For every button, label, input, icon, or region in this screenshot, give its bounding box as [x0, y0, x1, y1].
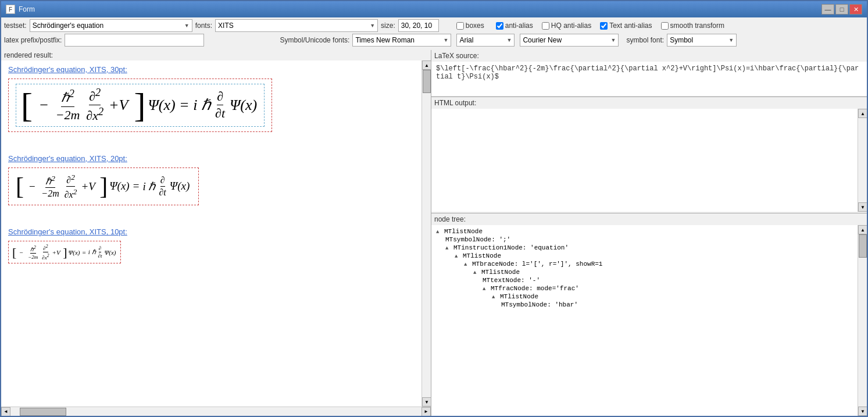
html-scroll-down[interactable]: ▼ — [858, 202, 867, 212]
window-title: Form — [19, 5, 35, 13]
tree-node-1: MTsymbolNode: ';' — [445, 236, 510, 243]
eq-title-1[interactable]: Schrödinger's equation, XITS, 30pt: — [8, 65, 415, 74]
frac-num-partial-2: ∂2 — [66, 173, 75, 187]
html-vscrollbar[interactable]: ▲ ▼ — [858, 109, 867, 212]
node-tree: ▲ MTlistNode MTsymbolNode: ';' ▲ MTinstr… — [431, 225, 858, 416]
arial-value: Arial — [459, 36, 473, 44]
tree-toggle-7[interactable]: ▲ — [483, 286, 485, 292]
size-input[interactable] — [398, 19, 439, 32]
courier-arrow: ▼ — [611, 37, 616, 43]
tree-toggle-3[interactable]: ▲ — [455, 254, 458, 259]
eq-container-3: [ − ℏ2 −2m ∂2 — [8, 241, 415, 274]
eq-title-3[interactable]: Schrödinger's equation, XITS, 10pt: — [8, 227, 415, 236]
title-bar: F Form — □ ✕ — [1, 1, 867, 17]
symbol-font-label: symbol font: — [626, 36, 664, 44]
frac-num-1: ℏ2 — [61, 88, 74, 106]
tree-toggle-4[interactable]: ▲ — [464, 262, 467, 268]
node-scroll-down[interactable]: ▼ — [858, 407, 867, 416]
tree-toggle-5[interactable]: ▲ — [473, 270, 476, 276]
right-panel: LaTeX source: $\left[-\frac{\hbar^2}{-2m… — [431, 50, 867, 416]
html-scroll-up[interactable]: ▲ — [858, 109, 867, 118]
frac-den-partial-1: ∂x2 — [86, 105, 103, 123]
tree-node-5: MTlistNode — [481, 269, 520, 276]
html-area-inner: ▲ ▼ — [431, 109, 867, 212]
hscroll-right-arrow[interactable]: ► — [422, 407, 431, 416]
courier-value: Courier New — [523, 36, 562, 44]
frac-partial-t-den-2: ∂t — [159, 187, 166, 198]
render-vscrollbar[interactable]: ▲ ▼ — [422, 60, 431, 407]
tree-toggle-0[interactable]: ▲ — [436, 229, 439, 235]
node-scroll-thumb[interactable] — [859, 234, 867, 258]
tree-node-9: MTsymbolNode: 'hbar' — [501, 301, 578, 308]
unicode-select[interactable]: Times New Roman ▼ — [352, 34, 451, 47]
frac-partial-1: ∂2 ∂x2 — [86, 87, 103, 124]
tree-node-6: MTtextNode: '-' — [483, 277, 540, 284]
html-scroll-track — [858, 118, 867, 202]
minus-sign-1: − — [35, 97, 53, 113]
render-hscrollbar[interactable]: ◄ ► — [1, 407, 431, 416]
equals-3: = — [83, 249, 86, 256]
frac-partial-t-num-3: ∂ — [99, 245, 101, 252]
text-anti-alias-checkbox[interactable] — [600, 22, 608, 30]
frac-den-2: −2m — [41, 188, 59, 199]
hscroll-left-arrow[interactable]: ◄ — [1, 407, 10, 416]
node-scroll-track — [858, 234, 867, 407]
window-icon: F — [6, 5, 15, 14]
prefix-input[interactable] — [65, 34, 204, 47]
frac-partial-t-den-3: ∂t — [98, 252, 102, 259]
toolbar: testset: Schrödinger's equation ▼ fonts:… — [1, 17, 867, 50]
hq-anti-alias-checkbox[interactable] — [542, 22, 549, 30]
main-content: rendered result: Schrödinger's equation,… — [1, 50, 867, 416]
minimize-button[interactable]: — — [821, 4, 834, 15]
plus-v-2: +V — [81, 180, 98, 192]
maximize-button[interactable]: □ — [835, 4, 848, 15]
psi-x-1b: Ψ(x) — [230, 97, 257, 114]
psi-x-3b: Ψ(x) — [105, 249, 116, 256]
eq-container-1: [ − ℏ2 −2m ∂2 — [8, 79, 415, 142]
node-vscrollbar[interactable]: ▲ ▼ — [858, 225, 867, 416]
title-bar-left: F Form — [6, 5, 35, 14]
frac-den-1: −2m — [56, 107, 80, 123]
html-section: HTML output: ▲ ▼ — [431, 97, 867, 213]
tree-line-0: ▲ MTlistNode — [436, 227, 853, 236]
hscroll-thumb[interactable] — [20, 408, 66, 416]
scroll-up-arrow[interactable]: ▲ — [422, 60, 431, 70]
arial-arrow: ▼ — [507, 37, 512, 43]
node-tree-label: node tree: — [431, 213, 867, 225]
node-scroll-up[interactable]: ▲ — [858, 225, 867, 234]
eq-box-1: [ − ℏ2 −2m ∂2 — [8, 79, 272, 132]
testset-arrow: ▼ — [184, 23, 190, 28]
eq-box-2: [ − ℏ2 −2m ∂2 — [8, 167, 199, 206]
courier-select[interactable]: Courier New ▼ — [520, 34, 619, 47]
anti-alias-checkbox[interactable] — [496, 22, 503, 30]
frac-num-partial-3: ∂2 — [43, 244, 48, 252]
minus-sign-2: − — [26, 180, 38, 192]
scroll-down-arrow[interactable]: ▼ — [422, 397, 431, 407]
html-area: ▲ ▼ — [431, 109, 867, 212]
eq-title-2[interactable]: Schrödinger's equation, XITS, 20pt: — [8, 154, 415, 163]
frac-partial-t-den: ∂t — [215, 105, 225, 121]
arial-select[interactable]: Arial ▼ — [456, 34, 515, 47]
node-section: node tree: ▲ MTlistNode MTsymbolNode: ';… — [431, 213, 867, 416]
bracket-right-3: ] — [63, 247, 67, 258]
scroll-thumb[interactable] — [423, 70, 431, 93]
symbol-select[interactable]: Symbol ▼ — [667, 34, 737, 47]
frac-dt-1: ∂ ∂t — [215, 89, 225, 121]
eq-content-1: − ℏ2 −2m ∂2 ∂x2 — [35, 87, 132, 124]
bracket-left-2: [ — [16, 176, 24, 198]
psi-x-2b: Ψ(x) — [170, 180, 190, 193]
boxes-checkbox[interactable] — [456, 22, 464, 30]
smooth-transform-checkbox[interactable] — [661, 22, 669, 30]
close-button[interactable]: ✕ — [849, 4, 862, 15]
frac-hbar-1: ℏ2 −2m — [56, 88, 80, 122]
equals-1: = — [180, 97, 189, 114]
fonts-select[interactable]: XITS ▼ — [215, 19, 378, 32]
html-output-label: HTML output: — [431, 97, 867, 109]
bracket-right-2: ] — [99, 176, 108, 198]
fonts-value: XITS — [218, 22, 234, 30]
equals-2: = — [133, 180, 140, 193]
testset-select[interactable]: Schrödinger's equation ▼ — [30, 19, 192, 32]
tree-toggle-8[interactable]: ▲ — [492, 294, 495, 300]
text-anti-alias-label: Text anti-alias — [609, 22, 652, 30]
tree-toggle-2[interactable]: ▲ — [445, 245, 448, 251]
